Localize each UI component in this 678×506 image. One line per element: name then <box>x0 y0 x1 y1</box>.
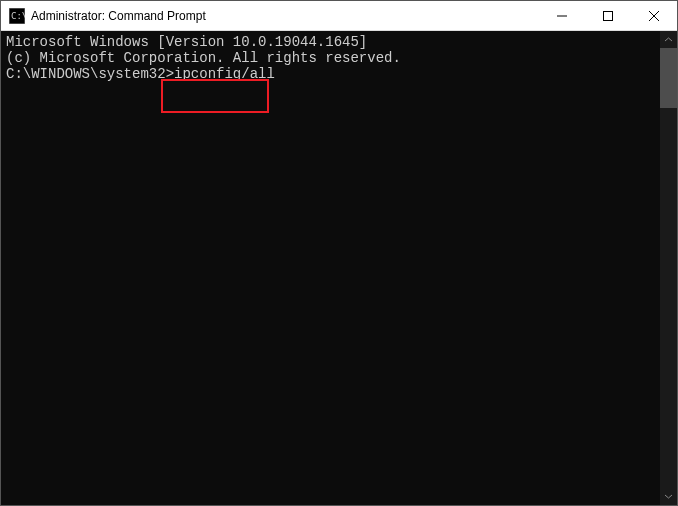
scroll-track[interactable] <box>660 48 677 488</box>
titlebar[interactable]: C:\ Administrator: Command Prompt <box>1 1 677 31</box>
close-icon <box>649 11 659 21</box>
prompt-path: C:\WINDOWS\system32> <box>6 66 174 82</box>
prompt-line: C:\WINDOWS\system32>ipconfig/all <box>6 66 655 82</box>
command-prompt-window: C:\ Administrator: Command Prompt <box>0 0 678 506</box>
minimize-button[interactable] <box>539 1 585 30</box>
cmd-icon: C:\ <box>9 8 25 24</box>
svg-rect-3 <box>604 11 613 20</box>
vertical-scrollbar[interactable] <box>660 31 677 505</box>
close-button[interactable] <box>631 1 677 30</box>
scroll-down-button[interactable] <box>660 488 677 505</box>
scroll-up-button[interactable] <box>660 31 677 48</box>
version-line: Microsoft Windows [Version 10.0.19044.16… <box>6 34 655 50</box>
maximize-icon <box>603 11 613 21</box>
terminal-content[interactable]: Microsoft Windows [Version 10.0.19044.16… <box>1 31 660 505</box>
window-title: Administrator: Command Prompt <box>31 9 539 23</box>
window-controls <box>539 1 677 30</box>
chevron-up-icon <box>664 37 673 42</box>
copyright-line: (c) Microsoft Corporation. All rights re… <box>6 50 655 66</box>
terminal-area: Microsoft Windows [Version 10.0.19044.16… <box>1 31 677 505</box>
scroll-thumb[interactable] <box>660 48 677 108</box>
chevron-down-icon <box>664 494 673 499</box>
svg-text:C:\: C:\ <box>11 11 25 21</box>
minimize-icon <box>557 11 567 21</box>
maximize-button[interactable] <box>585 1 631 30</box>
typed-command: ipconfig/all <box>174 66 275 82</box>
